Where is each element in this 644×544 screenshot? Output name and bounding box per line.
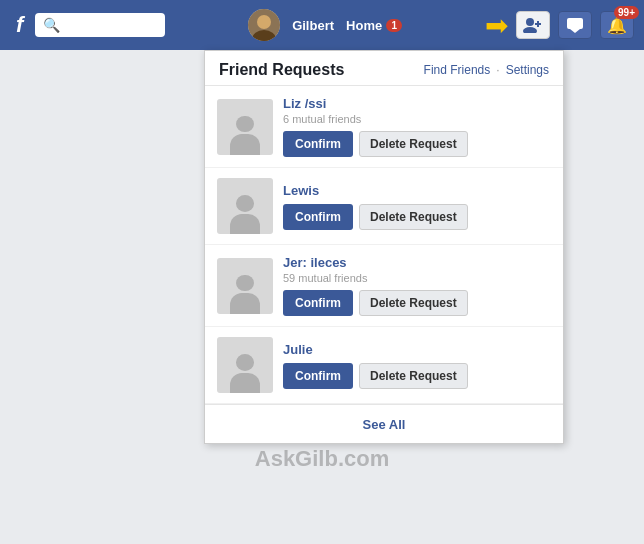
request-item: Julie Confirm Delete Request (205, 327, 563, 404)
messages-icon (566, 17, 584, 33)
search-icon: 🔍 (43, 17, 60, 33)
avatar-silhouette (225, 110, 265, 155)
search-box[interactable]: 🔍 (35, 13, 165, 37)
delete-request-button[interactable]: Delete Request (359, 290, 468, 316)
avatar-body (230, 134, 260, 154)
svg-marker-8 (570, 29, 580, 33)
request-actions: Confirm Delete Request (283, 363, 551, 389)
panel-links: Find Friends · Settings (424, 63, 549, 77)
home-badge: 1 (386, 19, 402, 32)
avatar-silhouette (225, 348, 265, 393)
avatar-body (230, 293, 260, 313)
request-avatar-lewis[interactable] (217, 178, 273, 234)
friends-icon (523, 17, 543, 33)
svg-rect-7 (567, 18, 583, 29)
request-name[interactable]: Jer: ileces (283, 255, 551, 270)
friend-requests-icon-btn[interactable] (516, 11, 550, 39)
nav-center: Gilbert Home 1 (165, 9, 485, 41)
facebook-logo: f (10, 12, 29, 38)
avatar-head (236, 354, 254, 371)
avatar-image (248, 9, 280, 41)
messages-icon-btn[interactable] (558, 11, 592, 39)
notifications-badge: 99+ (614, 6, 639, 19)
request-actions: Confirm Delete Request (283, 204, 551, 230)
request-mutual: 6 mutual friends (283, 113, 551, 125)
delete-request-button[interactable]: Delete Request (359, 131, 468, 157)
avatar-head (236, 116, 254, 133)
request-actions: Confirm Delete Request (283, 131, 551, 157)
request-info-lewis: Lewis Confirm Delete Request (283, 183, 551, 230)
avatar-head (236, 195, 254, 212)
panel-header: Friend Requests Find Friends · Settings (205, 51, 563, 86)
request-mutual: 59 mutual friends (283, 272, 551, 284)
request-info-julie: Julie Confirm Delete Request (283, 342, 551, 389)
delete-request-button[interactable]: Delete Request (359, 363, 468, 389)
settings-link[interactable]: Settings (506, 63, 549, 77)
request-avatar-liz[interactable] (217, 99, 273, 155)
nav-left: f 🔍 (10, 12, 165, 38)
friend-requests-panel: Friend Requests Find Friends · Settings … (204, 50, 564, 444)
notifications-icon-btn[interactable]: 🔔 99+ (600, 11, 634, 39)
confirm-button[interactable]: Confirm (283, 204, 353, 230)
nav-right: ➡ 🔔 99+ (485, 9, 634, 42)
see-all-row: See All (205, 404, 563, 443)
svg-point-4 (523, 27, 537, 33)
search-input[interactable] (66, 18, 156, 33)
avatar-silhouette (225, 269, 265, 314)
avatar-body (230, 373, 260, 393)
home-label: Home (346, 18, 382, 33)
navbar: f 🔍 Gilbert Home 1 ➡ (0, 0, 644, 50)
confirm-button[interactable]: Confirm (283, 131, 353, 157)
svg-point-1 (257, 15, 271, 29)
request-name[interactable]: Julie (283, 342, 551, 357)
avatar-silhouette (225, 189, 265, 234)
request-info-liz: Liz /ssi 6 mutual friends Confirm Delete… (283, 96, 551, 157)
request-avatar-jer[interactable] (217, 258, 273, 314)
request-name[interactable]: Lewis (283, 183, 551, 198)
see-all-link[interactable]: See All (363, 417, 406, 432)
request-item: Liz /ssi 6 mutual friends Confirm Delete… (205, 86, 563, 168)
username-label[interactable]: Gilbert (292, 18, 334, 33)
request-info-jer: Jer: ileces 59 mutual friends Confirm De… (283, 255, 551, 316)
request-actions: Confirm Delete Request (283, 290, 551, 316)
find-friends-link[interactable]: Find Friends (424, 63, 491, 77)
request-name[interactable]: Liz /ssi (283, 96, 551, 111)
confirm-button[interactable]: Confirm (283, 363, 353, 389)
arrow-pointer-icon: ➡ (485, 9, 508, 42)
avatar-body (230, 214, 260, 234)
panel-title: Friend Requests (219, 61, 344, 79)
delete-request-button[interactable]: Delete Request (359, 204, 468, 230)
request-item: Jer: ileces 59 mutual friends Confirm De… (205, 245, 563, 327)
user-avatar[interactable] (248, 9, 280, 41)
request-avatar-julie[interactable] (217, 337, 273, 393)
panel-dot: · (496, 63, 499, 77)
home-nav[interactable]: Home 1 (346, 18, 402, 33)
svg-point-3 (526, 18, 534, 26)
request-item: Lewis Confirm Delete Request (205, 168, 563, 245)
confirm-button[interactable]: Confirm (283, 290, 353, 316)
avatar-head (236, 275, 254, 292)
